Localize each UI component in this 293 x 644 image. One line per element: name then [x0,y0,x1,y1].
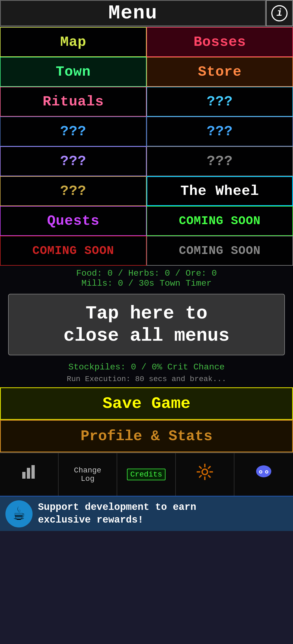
svg-rect-1 [27,468,30,479]
nav-settings[interactable] [176,453,234,496]
menu-title-box: Menu [0,0,266,26]
rituals-button[interactable]: Rituals [0,87,146,117]
menu-title: Menu [109,2,158,24]
save-game-label: Save Game [103,394,190,413]
bosses-button[interactable]: Bosses [146,27,293,57]
run-execution-stat: Run Execution: 80 secs and break... [5,373,288,385]
tap-message-line1: Tap here to [20,302,273,325]
profile-stats-button[interactable]: Profile & Stats [0,420,293,452]
nav-stats[interactable] [0,453,59,496]
menu-buttons-grid: Map Bosses Town Store Rituals ??? ??? ??… [0,27,293,266]
tap-message-line2: close all menus [20,325,273,347]
wheel-button[interactable]: The Wheel [146,176,293,206]
unknown-button-5[interactable]: ??? [146,146,293,176]
stockpiles-stat: Stockpiles: 0 / 0% Crit Chance [5,361,288,373]
svg-rect-2 [31,465,35,479]
nav-changelog[interactable]: ChangeLog [59,453,117,496]
info-button[interactable]: i [266,0,293,26]
stats-bar-icon [21,464,37,484]
map-button[interactable]: Map [0,27,146,57]
save-game-button[interactable]: Save Game [0,387,293,420]
svg-line-9 [208,475,211,478]
coming-soon-button-green[interactable]: COMING SOON [146,206,293,236]
svg-line-10 [208,466,211,469]
quests-button[interactable]: Quests [0,206,146,236]
unknown-button-3[interactable]: ??? [146,117,293,146]
nav-discord[interactable] [234,453,293,496]
bottom-nav: ChangeLog Credits [0,452,293,496]
nav-credits[interactable]: Credits [117,453,176,496]
svg-line-11 [199,475,202,478]
support-text: Support development to earn exclusive re… [38,501,196,527]
svg-rect-0 [22,472,26,479]
support-bar[interactable]: ☕ Support development to earn exclusive … [0,496,293,531]
svg-point-16 [266,471,267,473]
middle-area[interactable]: Food: 0 / Herbs: 0 / Ore: 0 Mills: 0 / 3… [0,266,293,387]
coming-soon-button-gray[interactable]: COMING SOON [146,236,293,266]
store-button[interactable]: Store [146,57,293,87]
coming-soon-button-red[interactable]: COMING SOON [0,236,146,266]
unknown-button-2[interactable]: ??? [0,117,146,146]
svg-line-8 [199,466,202,469]
discord-icon [254,464,273,484]
settings-gear-icon [195,462,214,485]
food-herbs-ore-stat: Food: 0 / Herbs: 0 / Ore: 0 [5,268,288,278]
unknown-button-6[interactable]: ??? [0,176,146,206]
menu-header: Menu i [0,0,293,27]
info-icon: i [271,5,288,21]
support-coffee-icon: ☕ [5,500,33,527]
town-button[interactable]: Town [0,57,146,87]
tap-close-box[interactable]: Tap here to close all menus [8,294,285,355]
unknown-button-1[interactable]: ??? [146,87,293,117]
changelog-label: ChangeLog [74,466,101,483]
mills-timer-stat: Mills: 0 / 30s Town Timer [5,278,288,288]
credits-label: Credits [127,469,165,480]
unknown-button-4[interactable]: ??? [0,146,146,176]
svg-point-3 [202,469,208,475]
svg-point-12 [256,465,271,477]
profile-stats-label: Profile & Stats [81,428,212,445]
svg-point-15 [260,471,262,473]
